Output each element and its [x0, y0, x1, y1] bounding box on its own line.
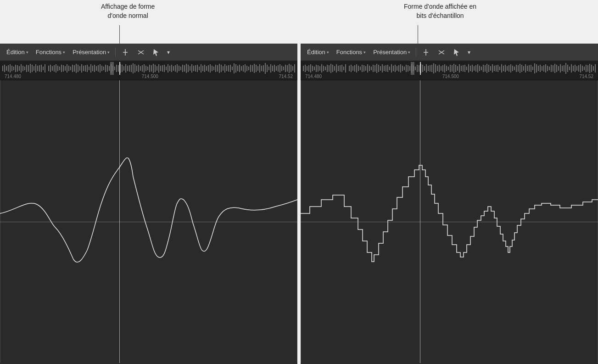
svg-rect-196: [356, 64, 357, 73]
svg-rect-228: [415, 67, 416, 70]
svg-rect-143: [259, 64, 260, 73]
svg-rect-75: [134, 64, 135, 73]
svg-rect-65: [116, 65, 117, 72]
svg-rect-252: [459, 64, 460, 73]
svg-rect-315: [575, 65, 576, 72]
fonctions-chevron-right: ▾: [363, 50, 366, 55]
svg-rect-85: [153, 64, 154, 73]
svg-rect-324: [591, 65, 592, 72]
svg-rect-136: [246, 66, 247, 71]
svg-rect-26: [45, 64, 45, 73]
svg-rect-239: [435, 64, 436, 73]
annotation-line-right: [418, 25, 418, 45]
svg-rect-108: [195, 65, 196, 72]
svg-rect-31: [54, 65, 55, 72]
svg-rect-139: [252, 65, 253, 72]
svg-rect-289: [527, 66, 528, 71]
svg-rect-37: [65, 66, 66, 71]
svg-rect-124: [224, 64, 225, 73]
svg-rect-102: [184, 65, 185, 72]
svg-rect-53: [94, 65, 95, 72]
svg-rect-61: [109, 66, 110, 71]
svg-rect-268: [488, 65, 489, 72]
svg-rect-23: [39, 65, 40, 72]
more-icon-left[interactable]: ▾: [164, 48, 173, 57]
fonctions-menu-right[interactable]: Fonctions ▾: [334, 47, 369, 57]
cursor-icon-left[interactable]: [150, 47, 162, 57]
svg-rect-38: [67, 64, 67, 73]
svg-rect-163: [119, 62, 120, 75]
svg-rect-327: [420, 62, 421, 75]
svg-rect-18: [30, 64, 31, 73]
fonctions-menu-left[interactable]: Fonctions ▾: [33, 47, 68, 57]
svg-rect-322: [587, 65, 588, 72]
svg-rect-54: [96, 66, 97, 71]
svg-rect-180: [327, 65, 328, 72]
svg-rect-10: [15, 65, 16, 72]
svg-rect-79: [142, 65, 143, 72]
edition-menu-right[interactable]: Édition ▾: [304, 47, 332, 57]
svg-rect-35: [61, 65, 62, 72]
svg-rect-224: [408, 65, 408, 72]
svg-rect-291: [531, 65, 531, 72]
svg-rect-218: [397, 66, 397, 71]
svg-rect-234: [426, 64, 427, 73]
svg-rect-24: [41, 65, 42, 72]
svg-rect-17: [28, 65, 29, 72]
svg-rect-184: [334, 66, 335, 71]
svg-rect-25: [43, 67, 44, 70]
splice-icon-left[interactable]: [118, 47, 132, 58]
splice-icon-right[interactable]: [419, 47, 433, 58]
svg-rect-109: [197, 65, 198, 72]
svg-rect-44: [78, 65, 78, 72]
more-icon-right[interactable]: ▾: [465, 48, 473, 57]
svg-rect-292: [532, 67, 533, 70]
svg-rect-62: [111, 64, 112, 73]
svg-rect-97: [175, 65, 176, 72]
svg-rect-111: [201, 64, 201, 73]
svg-rect-260: [474, 66, 475, 71]
svg-rect-296: [540, 65, 541, 72]
svg-rect-6: [8, 65, 9, 72]
svg-rect-300: [547, 66, 548, 71]
svg-rect-99: [179, 66, 179, 71]
svg-rect-189: [343, 67, 344, 70]
cursor-icon-right[interactable]: [450, 47, 463, 57]
svg-rect-222: [404, 67, 405, 70]
svg-rect-114: [206, 66, 207, 71]
svg-rect-82: [147, 67, 148, 70]
svg-rect-110: [199, 67, 200, 70]
svg-rect-154: [279, 64, 280, 73]
svg-rect-88: [158, 64, 159, 73]
svg-rect-68: [122, 65, 123, 72]
svg-rect-63: [112, 66, 113, 71]
svg-rect-72: [129, 65, 130, 72]
trim-icon-left[interactable]: [134, 47, 148, 58]
svg-rect-270: [492, 64, 493, 73]
presentation-chevron-right: ▾: [408, 50, 410, 55]
svg-rect-171: [310, 64, 311, 73]
divider-1-right: [416, 48, 416, 57]
svg-rect-123: [223, 66, 224, 71]
svg-rect-212: [386, 65, 386, 72]
svg-rect-159: [289, 64, 290, 73]
svg-rect-306: [558, 66, 559, 71]
svg-rect-208: [378, 65, 379, 72]
svg-rect-34: [59, 67, 60, 70]
svg-rect-45: [79, 66, 80, 71]
svg-rect-281: [512, 66, 513, 71]
svg-rect-195: [354, 65, 355, 72]
presentation-menu-left[interactable]: Présentation ▾: [70, 47, 112, 57]
svg-rect-169: [307, 66, 307, 71]
svg-rect-42: [74, 65, 75, 72]
svg-rect-132: [239, 65, 240, 72]
svg-marker-2: [153, 49, 158, 56]
presentation-menu-right[interactable]: Présentation ▾: [370, 47, 413, 57]
edition-menu-left[interactable]: Édition ▾: [4, 47, 31, 57]
cursor-line-right: [420, 80, 420, 363]
svg-rect-36: [63, 65, 64, 72]
svg-rect-258: [470, 66, 471, 71]
trim-icon-right[interactable]: [435, 47, 448, 58]
svg-rect-207: [376, 64, 377, 73]
svg-rect-318: [580, 64, 581, 73]
